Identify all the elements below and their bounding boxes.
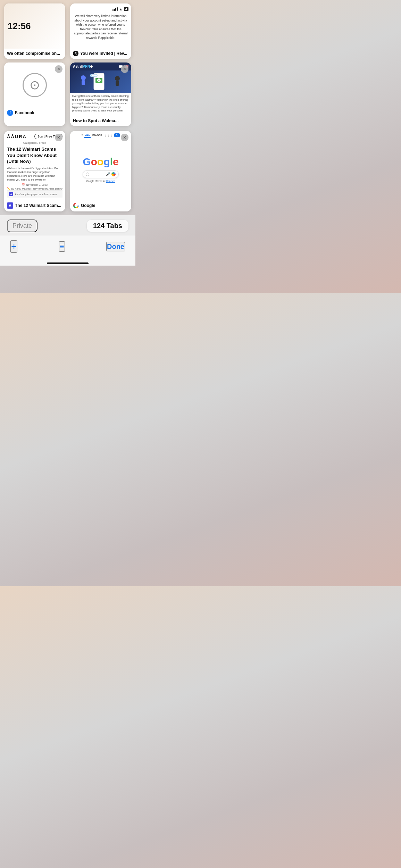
google-lens-icon[interactable]: [111, 172, 116, 176]
tab-title-astrill: How to Spot a Walma...: [73, 118, 119, 123]
google-apps-icon[interactable]: ⋮⋮⋮: [104, 134, 113, 137]
tab-title-facebook: Facebook: [15, 110, 34, 115]
google-search-icon: [86, 173, 89, 176]
aura-favicon: A: [7, 202, 13, 209]
google-mic-icon[interactable]: 🎤: [106, 172, 110, 176]
author-icon: ✏️: [7, 187, 10, 190]
aura-small-favicon: A: [9, 192, 13, 196]
aura-categories: Categories / Fraud: [23, 141, 46, 144]
astrill-logo: AstrillVPN⊕: [73, 65, 93, 68]
revolut-favicon: R: [73, 51, 78, 56]
done-button[interactable]: Done: [106, 242, 125, 251]
tab-card-astrill[interactable]: ✕ AstrillVPN⊕ 🇺🇸: [70, 62, 131, 126]
aura-header: ĀURA Start Free Trial: [7, 134, 62, 139]
google-tab-all[interactable]: ALL: [84, 133, 91, 138]
home-bar: [47, 262, 89, 264]
battery-badge: 4: [124, 7, 128, 11]
status-bar: ▲ 4: [73, 7, 128, 11]
google-offered-text: Google offered in: Deutsch: [86, 180, 115, 182]
home-indicator: [0, 260, 135, 266]
calendar-icon: 📅: [22, 183, 25, 186]
tab-title-compromise: We often compromise on...: [7, 51, 60, 56]
tab-card-compromise[interactable]: 12:56 We often compromise on...: [4, 3, 65, 59]
google-sign-in-btn[interactable]: Si: [114, 133, 120, 137]
google-hamburger-icon: ≡: [82, 133, 84, 137]
google-body: Google 🎤 Google offered in: Deutsch: [80, 138, 121, 200]
tab-card-facebook[interactable]: ✕ ⊙ f Facebook: [4, 62, 65, 126]
tab-preview-compromise: 12:56: [4, 3, 65, 49]
google-language-link[interactable]: Deutsch: [106, 180, 115, 182]
aura-article-author: ✏️ By Yaniv Masjedi | Reviewed by Alina …: [7, 187, 62, 190]
tab-time-display: 12:56: [8, 21, 31, 32]
tab-footer-compromise: We often compromise on...: [4, 49, 65, 59]
google-logo: Google: [83, 157, 118, 167]
aura-article-title: The 12 Walmart Scams You Didn't Know Abo…: [7, 146, 62, 165]
aura-bottom-bar: A Aura's app keeps you safe from scams.: [7, 190, 62, 198]
svg-point-5: [81, 75, 86, 80]
tabs-selector-bar: Private 124 Tabs: [0, 215, 135, 235]
private-mode-button[interactable]: Private: [7, 219, 37, 232]
tab-preview-aura: ĀURA Start Free Trial Categories / Fraud…: [4, 131, 65, 200]
google-search-bar[interactable]: 🎤: [83, 170, 118, 178]
close-button-aura[interactable]: ✕: [55, 134, 62, 141]
tab-preview-revolut: ▲ 4 We will share very limited informati…: [70, 3, 131, 49]
aura-article-date: 📅 November 9, 2023: [22, 183, 48, 186]
google-favicon: [73, 202, 79, 209]
tab-card-revolut[interactable]: ▲ 4 We will share very limited informati…: [70, 3, 131, 59]
tab-card-google[interactable]: ✕ ≡ ALL IMAGES ⋮⋮⋮ Si Google 🎤: [70, 131, 131, 211]
svg-rect-6: [82, 80, 85, 85]
tab-title-revolut: You were invited | Rev...: [80, 51, 127, 56]
svg-text:Walmart: Walmart: [91, 75, 97, 77]
revolut-preview-text: We will share very limited information a…: [73, 14, 128, 40]
svg-rect-8: [116, 81, 119, 86]
close-button-facebook[interactable]: ✕: [55, 65, 62, 73]
tab-footer-aura: A The 12 Walmart Scam...: [4, 200, 65, 211]
tab-footer-astrill: How to Spot a Walma...: [70, 116, 131, 126]
aura-article-desc: Walmart is the world's biggest retailer.…: [7, 166, 62, 182]
google-tab-images[interactable]: IMAGES: [92, 133, 103, 137]
astrill-banner: ☠ Walmart: [70, 70, 131, 93]
close-button-astrill[interactable]: ✕: [121, 65, 128, 73]
tab-title-aura: The 12 Walmart Scam...: [15, 203, 61, 208]
facebook-favicon: f: [7, 110, 13, 116]
tab-count-button[interactable]: 124 Tabs: [87, 220, 128, 232]
tab-card-aura[interactable]: ✕ ĀURA Start Free Trial Categories / Fra…: [4, 131, 65, 211]
tab-title-google: Google: [81, 203, 95, 208]
new-tab-button[interactable]: +: [10, 240, 17, 253]
close-button-google[interactable]: ✕: [121, 134, 128, 141]
tab-preview-google: ≡ ALL IMAGES ⋮⋮⋮ Si Google 🎤: [70, 131, 131, 200]
signal-icon: [112, 7, 118, 11]
compass-icon: ⊙: [23, 73, 47, 97]
aura-logo: ĀURA: [7, 134, 27, 139]
wifi-icon: ▲: [119, 7, 123, 11]
tab-list-button[interactable]: ≡: [59, 241, 65, 252]
tab-footer-revolut: R You were invited | Rev...: [70, 49, 131, 59]
tab-footer-google: Google: [70, 200, 131, 211]
tab-footer-facebook: f Facebook: [4, 108, 65, 119]
astrill-illustration: ☠ Walmart: [76, 72, 125, 92]
google-top-bar: ≡ ALL IMAGES ⋮⋮⋮ Si: [80, 131, 122, 138]
browser-action-bar: + ≡ Done: [0, 235, 135, 260]
astrill-preview-text: Ever gotten one of those sketchy emails …: [70, 93, 131, 114]
svg-point-7: [115, 76, 120, 81]
